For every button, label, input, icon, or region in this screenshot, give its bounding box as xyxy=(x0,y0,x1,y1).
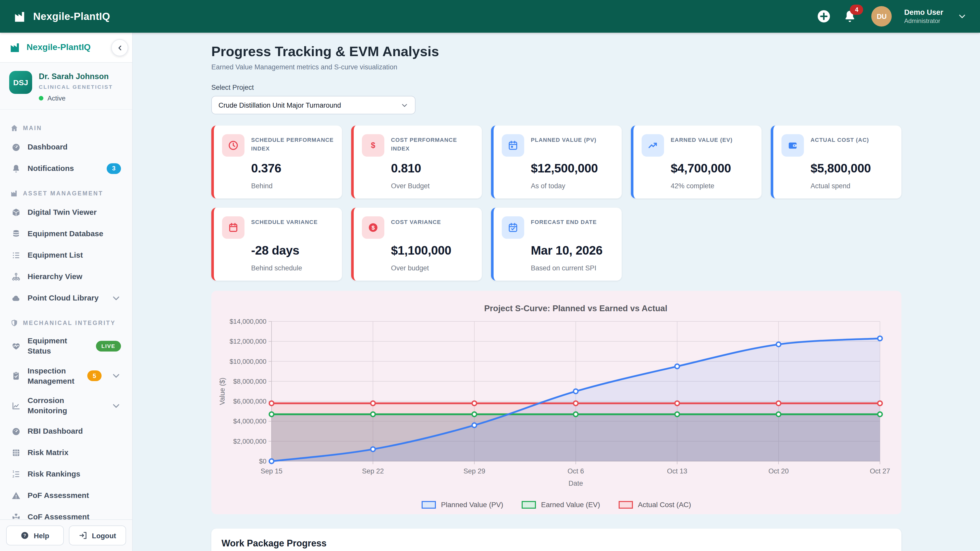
page-subtitle: Earned Value Management metrics and S-cu… xyxy=(211,63,901,71)
svg-text:$14,000,000: $14,000,000 xyxy=(229,318,266,325)
sidebar-collapse-button[interactable] xyxy=(111,39,128,56)
sidebar-item-risk-matrix[interactable]: Risk Matrix xyxy=(6,442,126,464)
svg-text:$10,000,000: $10,000,000 xyxy=(229,358,266,365)
work-package-title: Work Package Progress xyxy=(221,538,891,549)
sidebar-item-point-cloud-library[interactable]: Point Cloud Library xyxy=(6,287,126,309)
sidebar-badge: 5 xyxy=(87,371,102,381)
chevron-down-icon[interactable] xyxy=(958,12,967,21)
legend-item-actual-cost-ac-[interactable]: Actual Cost (AC) xyxy=(618,500,691,509)
chevron-down-icon[interactable] xyxy=(111,401,121,411)
sidebar-item-equipment-status[interactable]: Equipment StatusLIVE xyxy=(6,331,126,361)
chevron-down-icon[interactable] xyxy=(111,371,121,381)
user-role: Administrator xyxy=(904,17,943,25)
kpi-subtext: Based on current SPI xyxy=(531,264,614,272)
nav-section-header-main: MAIN xyxy=(6,119,126,136)
sidebar-brand-name: Nexgile-PlantIQ xyxy=(27,42,91,52)
profile-info: Dr. Sarah Johnson CLINICAL GENETICIST Ac… xyxy=(39,71,113,102)
cloud-icon xyxy=(11,293,21,303)
kpi-icon-tile xyxy=(222,134,245,157)
chevron-down-icon[interactable] xyxy=(111,293,121,303)
kpi-icon-tile: $ xyxy=(362,134,384,157)
dollar-icon: $ xyxy=(368,140,379,151)
kpi-subtext: Actual spend xyxy=(811,182,893,190)
chevron-down-icon xyxy=(401,101,408,109)
sidebar-item-inspection-management[interactable]: Inspection Management5 xyxy=(6,361,126,391)
sidebar-item-rbi-dashboard[interactable]: RBI Dashboard xyxy=(6,421,126,442)
svg-text:$4,000,000: $4,000,000 xyxy=(233,417,266,425)
nav-section-header-asset-management: ASSET MANAGEMENT xyxy=(6,184,126,202)
kpi-label: SCHEDULE PERFORMANCE INDEX xyxy=(251,134,334,152)
kpi-value: $4,700,000 xyxy=(671,161,753,176)
kpi-value: $12,500,000 xyxy=(531,161,614,176)
svg-text:Project S-Curve: Planned vs Ea: Project S-Curve: Planned vs Earned vs Ac… xyxy=(484,303,667,313)
sidebar-badge: 3 xyxy=(107,163,121,174)
sidebar-item-notifications[interactable]: Notifications3 xyxy=(6,158,126,179)
database-icon xyxy=(11,229,21,238)
kpi-icon-tile xyxy=(222,216,245,239)
user-profile-card: DSJ Dr. Sarah Johnson CLINICAL GENETICIS… xyxy=(0,63,132,110)
sidebar-item-label: Equipment Status xyxy=(27,336,89,356)
legend-item-planned-value-pv-[interactable]: Planned Value (PV) xyxy=(422,500,503,509)
svg-text:Value ($): Value ($) xyxy=(218,378,226,405)
calendar-icon xyxy=(508,140,519,151)
kpi-card-head: $COST PERFORMANCE INDEX xyxy=(362,134,474,157)
kpi-label: EARNED VALUE (EV) xyxy=(671,134,732,144)
sidebar-item-risk-rankings[interactable]: 12Risk Rankings xyxy=(6,464,126,485)
kpi-label: PLANNED VALUE (PV) xyxy=(531,134,597,144)
svg-text:?: ? xyxy=(24,533,26,538)
user-name: Demo User xyxy=(904,8,943,17)
kpi-subtext: Over budget xyxy=(391,264,474,272)
project-select[interactable]: Crude Distillation Unit Major Turnaround xyxy=(211,96,415,114)
kpi-subtext: Behind schedule xyxy=(251,264,334,272)
svg-text:Sep 22: Sep 22 xyxy=(362,467,384,475)
help-button[interactable]: ? Help xyxy=(6,526,64,545)
sidebar-item-cof-assessment[interactable]: CoF Assessment xyxy=(6,507,126,519)
kpi-card-cost-performance-index: $COST PERFORMANCE INDEX0.810Over Budget xyxy=(351,125,482,198)
sidebar-item-label: PoF Assessment xyxy=(27,491,121,501)
status-dot xyxy=(39,96,43,100)
kpi-card-planned-value-pv-: PLANNED VALUE (PV)$12,500,000As of today xyxy=(491,125,622,198)
kpi-card-forecast-end-date: FORECAST END DATEMar 10, 2026Based on cu… xyxy=(491,208,622,281)
sidebar-item-equipment-list[interactable]: Equipment List xyxy=(6,245,126,266)
kpi-row-2: SCHEDULE VARIANCE-28 daysBehind schedule… xyxy=(211,208,901,281)
chart-legend: Planned Value (PV)Earned Value (EV)Actua… xyxy=(211,500,901,509)
sidebar-brand: Nexgile-PlantIQ xyxy=(0,33,132,63)
work-package-card: Work Package Progress WBSNAMESTATUS% COM… xyxy=(211,529,901,551)
profile-role: CLINICAL GENETICIST xyxy=(39,84,113,90)
legend-label: Earned Value (EV) xyxy=(541,500,600,509)
profile-name: Dr. Sarah Johnson xyxy=(39,71,113,81)
avatar[interactable]: DU xyxy=(872,6,892,27)
kpi-value: $5,800,000 xyxy=(811,161,893,176)
nav-section-label: MAIN xyxy=(23,125,42,131)
kpi-icon-tile xyxy=(502,134,524,157)
status-label: Active xyxy=(48,94,65,102)
s-curve-chart-svg: $0$2,000,000$4,000,000$6,000,000$8,000,0… xyxy=(211,291,901,514)
kpi-card-earned-value-ev-: EARNED VALUE (EV)$4,700,00042% complete xyxy=(631,125,762,198)
svg-text:Oct 13: Oct 13 xyxy=(667,467,687,475)
gauge-icon xyxy=(11,427,21,436)
notifications-button[interactable]: 4 xyxy=(843,9,857,24)
add-button[interactable] xyxy=(816,9,832,24)
sidebar-item-pof-assessment[interactable]: PoF Assessment xyxy=(6,485,126,507)
nav-section-label: ASSET MANAGEMENT xyxy=(23,190,103,197)
kpi-card-head: SCHEDULE PERFORMANCE INDEX xyxy=(222,134,334,157)
sidebar-item-equipment-database[interactable]: Equipment Database xyxy=(6,223,126,245)
kpi-card-schedule-variance: SCHEDULE VARIANCE-28 daysBehind schedule xyxy=(211,208,342,281)
cube-icon xyxy=(11,207,21,217)
user-menu[interactable]: Demo User Administrator xyxy=(904,8,943,25)
sidebar-item-corrosion-monitoring[interactable]: Corrosion Monitoring xyxy=(6,391,126,421)
sidebar: Nexgile-PlantIQ DSJ Dr. Sarah Johnson CL… xyxy=(0,33,133,551)
kpi-label: FORECAST END DATE xyxy=(531,216,597,226)
logout-button[interactable]: Logout xyxy=(68,526,126,545)
sidebar-item-dashboard[interactable]: Dashboard xyxy=(6,136,126,158)
svg-text:$0: $0 xyxy=(259,457,266,465)
svg-text:$2,000,000: $2,000,000 xyxy=(233,437,266,445)
sidebar-item-digital-twin-viewer[interactable]: Digital Twin Viewer xyxy=(6,202,126,223)
sidebar-item-hierarchy-view[interactable]: Hierarchy View xyxy=(6,266,126,287)
svg-text:$8,000,000: $8,000,000 xyxy=(233,378,266,385)
kpi-icon-tile: $ xyxy=(362,216,384,239)
sidebar-item-label: Inspection Management xyxy=(27,365,81,386)
project-select-value: Crude Distillation Unit Major Turnaround xyxy=(218,101,341,109)
page-title: Progress Tracking & EVM Analysis xyxy=(211,44,901,60)
legend-item-earned-value-ev-[interactable]: Earned Value (EV) xyxy=(522,500,600,509)
